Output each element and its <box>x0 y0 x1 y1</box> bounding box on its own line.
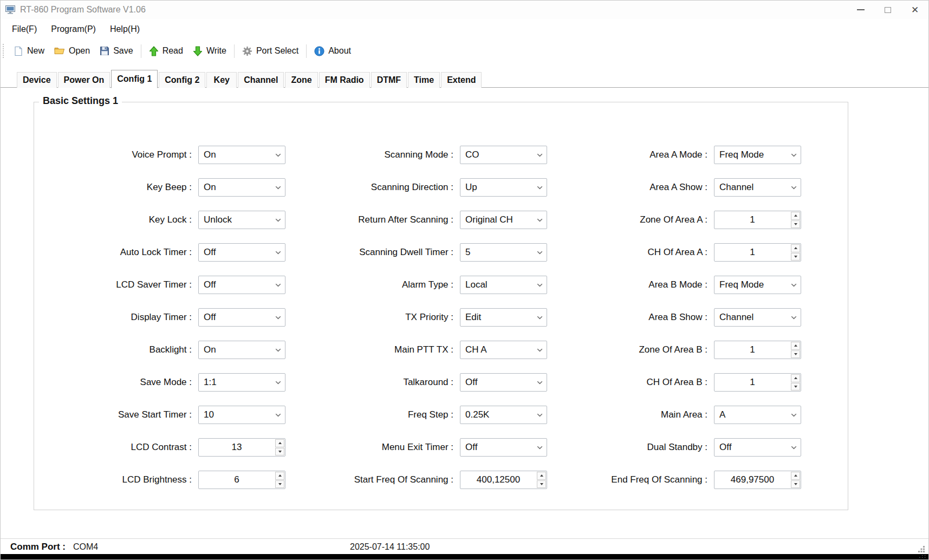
toolbar-button-read[interactable]: Read <box>144 42 188 60</box>
tab-config-2[interactable]: Config 2 <box>159 72 205 88</box>
maximize-button[interactable] <box>874 1 901 19</box>
form-row: Freq Step :0.25K <box>304 399 547 431</box>
tab-config-1[interactable]: Config 1 <box>111 70 158 88</box>
end-freq-of-scanning-spin-up-button[interactable] <box>791 472 800 480</box>
form-row: Start Freq Of Scanning :400,12500 <box>304 464 547 496</box>
toolbar-button-label: Write <box>206 46 226 56</box>
lcd-contrast-spin-down-button[interactable] <box>275 448 284 456</box>
zone-of-area-a-spinner[interactable]: 1 <box>714 211 801 229</box>
tx-priority-select[interactable]: Edit <box>460 308 547 327</box>
start-freq-of-scanning-spinner[interactable]: 400,12500 <box>460 471 547 489</box>
lcd-brightness-spin-up-button[interactable] <box>275 472 284 480</box>
close-button[interactable]: ✕ <box>901 1 928 19</box>
end-freq-of-scanning-spinner[interactable]: 469,97500 <box>714 471 801 489</box>
field-label: Area B Mode : <box>553 279 714 290</box>
toolbar-button-new[interactable]: New <box>9 42 49 60</box>
scanning-mode-select[interactable]: CO <box>460 146 547 164</box>
key-beep-select[interactable]: On <box>198 178 285 197</box>
area-b-mode-select[interactable]: Freq Mode <box>714 276 801 294</box>
lcd-brightness-spinner[interactable]: 6 <box>198 471 285 489</box>
lcd-contrast-spin-up-button[interactable] <box>275 439 284 447</box>
backlight-select[interactable]: On <box>198 341 285 359</box>
zone-of-area-a-spin-up-button[interactable] <box>791 212 800 220</box>
toolbar-button-save[interactable]: Save <box>95 42 138 60</box>
resize-grip[interactable] <box>918 546 925 553</box>
tab-extend[interactable]: Extend <box>441 72 482 88</box>
form-row: Main PTT TX :CH A <box>304 334 547 366</box>
tab-time[interactable]: Time <box>408 72 440 88</box>
voice-prompt-select[interactable]: On <box>198 146 285 164</box>
key-lock-select[interactable]: Unlock <box>198 211 285 229</box>
tab-key[interactable]: Key <box>206 72 237 88</box>
dual-standby-select[interactable]: Off <box>714 438 801 457</box>
lcd-contrast-spinner[interactable]: 13 <box>198 438 285 457</box>
chevron-down-icon <box>273 186 281 190</box>
scanning-dwell-timer-select[interactable]: 5 <box>460 243 547 262</box>
lcd-saver-timer-select[interactable]: Off <box>198 276 285 294</box>
toolbar-button-open[interactable]: Open <box>49 42 95 60</box>
form-row: CH Of Area A :1 <box>553 236 801 269</box>
field-label: Save Mode : <box>36 377 198 388</box>
spin-down-arrow-icon <box>794 353 797 355</box>
tab-fm-radio[interactable]: FM Radio <box>319 72 370 88</box>
minimize-button[interactable] <box>847 1 874 19</box>
zone-of-area-a-spin-down-button[interactable] <box>791 220 800 229</box>
tab-power-on[interactable]: Power On <box>58 72 111 88</box>
area-a-mode-select[interactable]: Freq Mode <box>714 146 801 164</box>
lcd-brightness-spin-down-button[interactable] <box>275 480 284 489</box>
tab-zone[interactable]: Zone <box>285 72 317 88</box>
start-freq-of-scanning-spin-down-button[interactable] <box>537 480 546 489</box>
ch-of-area-a-spin-up-button[interactable] <box>791 244 800 252</box>
ch-of-area-b-spinner[interactable]: 1 <box>714 373 801 392</box>
save-mode-select[interactable]: 1:1 <box>198 373 285 392</box>
chevron-down-icon <box>273 251 281 255</box>
alarm-type-select[interactable]: Local <box>460 276 547 294</box>
chevron-down-icon <box>273 413 281 417</box>
zone-of-area-b-spin-up-button[interactable] <box>791 342 800 350</box>
menu-item-label: Help(H) <box>110 24 140 34</box>
save-start-timer-select[interactable]: 10 <box>198 406 285 424</box>
form-row: Scanning Dwell Timer :5 <box>304 236 547 269</box>
zone-of-area-b-spin-down-button[interactable] <box>791 350 800 359</box>
ch-of-area-b-spin-up-button[interactable] <box>791 374 800 382</box>
write-down-arrow-icon <box>193 46 203 56</box>
area-b-show-select[interactable]: Channel <box>714 308 801 327</box>
tab-channel[interactable]: Channel <box>238 72 284 88</box>
menu-bar: File(F)Program(P)Help(H) <box>1 19 928 40</box>
freq-step-select[interactable]: 0.25K <box>460 406 547 424</box>
form-row: Main Area :A <box>553 399 801 431</box>
end-freq-of-scanning-spin-down-button[interactable] <box>791 480 800 489</box>
toolbar-button-port-select[interactable]: Port Select <box>237 42 303 60</box>
toolbar-button-write[interactable]: Write <box>188 42 231 60</box>
chevron-down-icon <box>273 218 281 222</box>
app-monitor-icon <box>5 5 15 15</box>
display-timer-select[interactable]: Off <box>198 308 285 327</box>
return-after-scanning-select[interactable]: Original CH <box>460 211 547 229</box>
tab-label: Config 1 <box>117 74 152 84</box>
open-folder-icon <box>54 46 65 56</box>
menu-item-file-f[interactable]: File(F) <box>5 19 44 40</box>
toolbar-button-label: About <box>328 46 351 56</box>
tab-label: DTMF <box>377 75 401 85</box>
title-bar: RT-860 Program Software V1.06 ✕ <box>1 1 928 19</box>
area-a-show-select[interactable]: Channel <box>714 178 801 197</box>
tab-device[interactable]: Device <box>17 72 57 88</box>
tab-dtmf[interactable]: DTMF <box>371 72 407 88</box>
main-ptt-tx-select[interactable]: CH A <box>460 341 547 359</box>
main-area-select[interactable]: A <box>714 406 801 424</box>
zone-of-area-b-spinner[interactable]: 1 <box>714 341 801 359</box>
select-value: Unlock <box>204 214 232 225</box>
auto-lock-timer-select[interactable]: Off <box>198 243 285 262</box>
field-label: CH Of Area A : <box>553 247 714 258</box>
tabs-row: DevicePower OnConfig 1Config 2KeyChannel… <box>17 70 483 88</box>
menu-item-help-h[interactable]: Help(H) <box>103 19 147 40</box>
toolbar-button-about[interactable]: About <box>309 42 356 60</box>
talkaround-select[interactable]: Off <box>460 373 547 392</box>
ch-of-area-a-spin-down-button[interactable] <box>791 253 800 261</box>
ch-of-area-b-spin-down-button[interactable] <box>791 383 800 391</box>
menu-item-program-p[interactable]: Program(P) <box>44 19 103 40</box>
menu-exit-timer-select[interactable]: Off <box>460 438 547 457</box>
ch-of-area-a-spinner[interactable]: 1 <box>714 243 801 262</box>
scanning-direction-select[interactable]: Up <box>460 178 547 197</box>
start-freq-of-scanning-spin-up-button[interactable] <box>537 472 546 480</box>
